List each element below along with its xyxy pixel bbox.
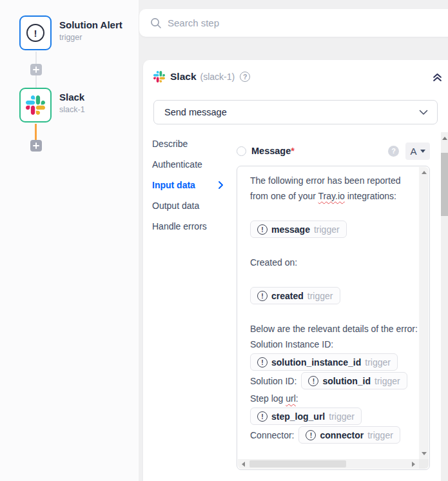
- editor-chip-row: !solution_instance_idtrigger: [250, 353, 419, 371]
- variable-chip-solution_instance_id[interactable]: !solution_instance_idtrigger: [250, 353, 398, 371]
- alert-circle-icon: !: [257, 224, 268, 235]
- alert-circle-icon: !: [306, 430, 316, 440]
- field-label: Message: [251, 146, 291, 156]
- scroll-up-arrow-icon[interactable]: [422, 171, 427, 174]
- add-step-button-2[interactable]: [30, 140, 42, 152]
- panel-scrollbar[interactable]: [441, 132, 448, 481]
- chevron-down-icon: [419, 110, 428, 115]
- caret-down-icon: [420, 150, 425, 153]
- blank-line: [250, 239, 419, 255]
- text-run: Below are the relevant details of the er…: [250, 324, 418, 334]
- add-step-button-1[interactable]: [30, 64, 42, 75]
- misspelled-word: Tray.io: [318, 191, 345, 201]
- alert-circle-icon: !: [257, 411, 268, 422]
- trigger-node-title: Solution Alert: [59, 19, 122, 30]
- panel-header: Slack (slack-1) ?: [153, 68, 443, 85]
- editor-paragraph: The following error has been reported fr…: [250, 173, 419, 204]
- variable-chip-connector[interactable]: !connectortrigger: [298, 426, 400, 444]
- message-editor-content[interactable]: The following error has been reported fr…: [237, 166, 419, 459]
- alert-circle-icon: !: [308, 376, 318, 386]
- collapse-panel-icon[interactable]: [432, 72, 443, 83]
- text-run: integrations:: [345, 191, 396, 201]
- editor-horizontal-scrollbar[interactable]: [238, 459, 419, 469]
- field-type-selector[interactable]: A: [405, 142, 430, 160]
- scroll-down-arrow-icon[interactable]: [422, 452, 427, 455]
- tab-authenticate[interactable]: Authenticate: [143, 154, 231, 175]
- text-type-label: A: [410, 146, 416, 157]
- editor-vertical-scrollbar[interactable]: [419, 167, 429, 459]
- horizontal-scroll-thumb[interactable]: [249, 460, 346, 467]
- field-radio[interactable]: [237, 146, 246, 156]
- panel-instance-name: (slack-1): [200, 72, 235, 82]
- chip-name: step_log_url: [271, 411, 325, 422]
- search-icon: [150, 17, 162, 29]
- tab-label: Handle errors: [152, 221, 207, 231]
- chip-source: trigger: [329, 411, 355, 422]
- slack-node-title: Slack: [59, 92, 85, 103]
- scrollbar-corner: [419, 459, 429, 469]
- chip-source: trigger: [314, 224, 340, 235]
- connector-line: [35, 75, 37, 88]
- inline-label: Solution ID:: [250, 376, 297, 386]
- blank-line: [250, 204, 419, 219]
- connector-line: [35, 52, 37, 64]
- variable-chip-created[interactable]: !createdtrigger: [250, 287, 340, 304]
- chip-source: trigger: [307, 291, 333, 301]
- text-run: Solution Instance ID:: [250, 339, 333, 349]
- message-editor[interactable]: The following error has been reported fr…: [237, 166, 430, 470]
- variable-chip-step_log_url[interactable]: !step_log_urltrigger: [250, 407, 362, 425]
- message-field-header: Message * ? A: [237, 141, 430, 161]
- trigger-node[interactable]: !: [19, 15, 52, 50]
- panel-title: Slack: [170, 71, 197, 83]
- scroll-right-arrow-icon[interactable]: [412, 462, 415, 467]
- chevron-right-icon: [219, 181, 223, 189]
- chip-name: solution_instance_id: [271, 357, 361, 368]
- chip-source: trigger: [375, 376, 400, 386]
- search-bar[interactable]: [139, 9, 448, 37]
- blank-line: [250, 306, 419, 321]
- tab-label: Output data: [152, 201, 199, 211]
- step-config-panel: Slack (slack-1) ? Send message Describe …: [143, 60, 448, 481]
- tab-label: Input data: [152, 180, 195, 190]
- slack-node[interactable]: [19, 88, 52, 123]
- tab-describe[interactable]: Describe: [143, 133, 231, 154]
- variable-chip-message[interactable]: !messagetrigger: [250, 221, 347, 238]
- slack-node-label: Slack slack-1: [59, 92, 85, 114]
- operation-selected-value: Send message: [164, 107, 419, 117]
- chip-name: connector: [320, 430, 364, 440]
- slack-node-subtitle: slack-1: [59, 105, 85, 114]
- panel-scroll-thumb[interactable]: [441, 153, 448, 216]
- connector-line-orange: [35, 124, 37, 140]
- trigger-node-label: Solution Alert trigger: [59, 19, 122, 42]
- editor-paragraph: Step log url:: [250, 391, 419, 406]
- editor-chip-row: !step_log_urltrigger: [250, 407, 419, 425]
- chip-name: created: [271, 291, 304, 301]
- alert-circle-icon: !: [257, 291, 268, 301]
- scroll-left-arrow-icon[interactable]: [242, 462, 245, 467]
- tab-handle-errors[interactable]: Handle errors: [143, 216, 231, 237]
- blank-line: [250, 270, 419, 286]
- operation-select[interactable]: Send message: [153, 100, 438, 124]
- field-help-icon[interactable]: ?: [388, 146, 399, 157]
- help-icon[interactable]: ?: [240, 72, 250, 82]
- tab-output-data[interactable]: Output data: [143, 195, 231, 216]
- chip-name: solution_id: [322, 376, 371, 386]
- text-run: Step log: [250, 393, 286, 404]
- text-run: :: [296, 393, 298, 404]
- slack-logo-icon: [26, 95, 45, 115]
- chip-source: trigger: [365, 357, 391, 368]
- alert-circle-icon: !: [26, 24, 44, 42]
- scroll-up-arrow-icon[interactable]: [442, 137, 447, 140]
- editor-paragraph: Below are the relevant details of the er…: [250, 321, 419, 337]
- inline-label: Connector:: [250, 430, 294, 440]
- search-input[interactable]: [168, 17, 448, 28]
- editor-chip-row: Solution ID:!solution_idtrigger: [250, 372, 419, 389]
- required-marker: *: [291, 146, 295, 156]
- editor-chip-row: !messagetrigger: [250, 221, 419, 238]
- chip-name: message: [271, 224, 310, 235]
- misspelled-word: url: [286, 393, 296, 404]
- variable-chip-solution_id[interactable]: !solution_idtrigger: [301, 372, 407, 389]
- tab-label: Authenticate: [152, 159, 202, 170]
- workflow-canvas[interactable]: ! Solution Alert trigger Slack slack-1: [0, 0, 139, 481]
- tab-input-data[interactable]: Input data: [143, 175, 231, 195]
